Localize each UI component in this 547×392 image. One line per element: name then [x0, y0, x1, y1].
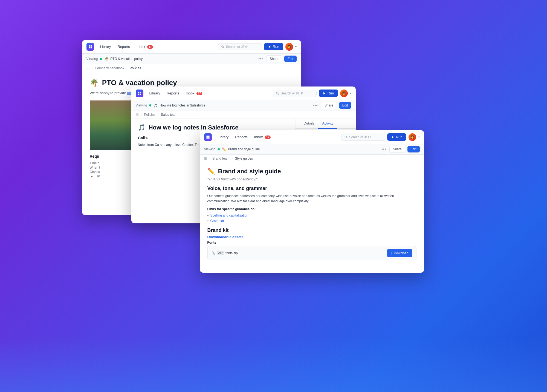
more-options-sf[interactable]: •••: [312, 102, 319, 109]
nav-items-sf: Library Reports Inbox 17: [147, 90, 205, 97]
fonts-zip-label-brand: 📎 ZIP fonts.zip: [212, 251, 387, 255]
svg-point-0: [221, 45, 223, 47]
link-list-brand: Spelling and capitalization Grammar: [207, 213, 416, 224]
svg-line-4: [278, 94, 279, 95]
edit-button-brand[interactable]: Edit: [407, 146, 420, 152]
brand-quote: "Trust is build with consistency.": [207, 177, 416, 181]
viewing-bar-brand: Viewing ✏️ Brand and style guide ••• Sha…: [200, 144, 424, 155]
fonts-download-btn-brand[interactable]: Download: [387, 249, 412, 257]
doc-emoji-pto: 🌴: [104, 57, 109, 61]
breadcrumb-nav-sf: ⊞ › Policies › Sales team: [131, 111, 356, 119]
search-bar-sf[interactable]: Search or ⌘+K: [273, 90, 317, 97]
viewing-bar-pto: Viewing 🌴 PTO & vacation policy ••• Shar…: [82, 54, 301, 64]
svg-line-7: [346, 138, 347, 139]
clip-icon-fonts: 📎: [212, 251, 215, 255]
doc-emoji-brand: ✏️: [222, 147, 226, 151]
doc-emoji-sf: 🎵: [154, 103, 158, 108]
breadcrumb-sep-pto: ›: [92, 66, 93, 70]
app-logo-sf[interactable]: [136, 90, 143, 97]
breadcrumb-current-sf: Sales team: [161, 113, 177, 117]
nav-library-sf[interactable]: Library: [147, 90, 163, 97]
avatar-chevron-sf[interactable]: ▾: [350, 92, 351, 95]
viewing-label-sf: Viewing: [136, 103, 147, 107]
breadcrumb-parent-pto[interactable]: Company handbook: [95, 66, 124, 70]
avatar-brand[interactable]: 👩: [409, 133, 416, 141]
nav-bar-pto: Library Reports Inbox 17 Search or ⌘+K R…: [82, 40, 301, 54]
doc-title-h1-brand: ✏️ Brand and style guide: [207, 168, 416, 175]
nav-inbox-sf[interactable]: Inbox 17: [183, 90, 205, 97]
nav-reports-brand[interactable]: Reports: [232, 133, 250, 141]
fonts-download-row-brand: 📎 ZIP fonts.zip Download: [207, 246, 416, 260]
edit-button-pto[interactable]: Edit: [284, 56, 297, 62]
downloadable-heading-brand: Downloadable assets: [207, 235, 416, 239]
share-button-pto[interactable]: Share: [266, 55, 282, 62]
nav-inbox-pto[interactable]: Inbox 17: [134, 43, 156, 50]
play-icon-brand: [391, 136, 394, 139]
app-logo-pto[interactable]: [86, 43, 94, 51]
run-button-brand[interactable]: Run: [387, 133, 406, 141]
search-bar-pto[interactable]: Search or ⌘+K: [218, 43, 262, 50]
viewing-dot-brand: [218, 148, 220, 150]
inbox-badge-brand: 17: [265, 136, 271, 139]
breadcrumb-nav-pto: ⊞ › Company handbook › Policies: [82, 64, 301, 72]
svg-marker-2: [269, 45, 271, 48]
avatar-sf[interactable]: 👩: [340, 90, 348, 97]
share-button-sf[interactable]: Share: [321, 102, 337, 109]
breadcrumb-actions-sf: ••• Share Edit: [312, 102, 351, 109]
tab-details-sf[interactable]: Details: [300, 119, 319, 129]
viewing-dot-sf: [149, 104, 151, 106]
nav-library-brand[interactable]: Library: [215, 133, 231, 141]
breadcrumb-sep2-pto: ›: [126, 66, 128, 70]
nav-bar-sf: Library Reports Inbox 17 Search or ⌘+K R…: [131, 87, 356, 100]
svg-line-1: [223, 47, 224, 48]
window-brand: Library Reports Inbox 17 Search or ⌘+K R…: [200, 130, 424, 273]
run-button-pto[interactable]: Run: [264, 43, 283, 50]
tabs-sf: Details Activity: [296, 119, 356, 129]
doc-title-h1-pto: 🌴 PTO & vacation policy: [90, 79, 293, 87]
inbox-badge-sf: 17: [196, 92, 202, 95]
nav-bar-brand: Library Reports Inbox 17 Search or ⌘+K R…: [200, 130, 424, 144]
fonts-zip-badge-brand: ZIP: [217, 251, 224, 255]
voice-body-brand: Our content guidance addresses our compa…: [207, 194, 416, 204]
edit-button-sf[interactable]: Edit: [339, 102, 351, 109]
search-icon-sf: [276, 92, 279, 95]
breadcrumb-parent-sf[interactable]: Policies: [144, 113, 155, 117]
avatar-pto[interactable]: 👩: [285, 43, 293, 51]
svg-marker-8: [392, 136, 394, 138]
windows-container: Library Reports Inbox 17 Search or ⌘+K R…: [82, 32, 465, 360]
nav-reports-pto[interactable]: Reports: [115, 43, 133, 50]
play-icon-sf: [323, 92, 326, 95]
breadcrumb-actions-pto: ••• Share Edit: [257, 55, 297, 62]
tab-activity-sf[interactable]: Activity: [318, 119, 337, 129]
link-item-2-brand: Grammar: [207, 218, 416, 224]
spelling-link-brand[interactable]: Spelling and capitalization: [210, 214, 248, 217]
svg-point-6: [345, 136, 346, 138]
breadcrumb-current-pto: Policies: [130, 66, 141, 70]
avatar-chevron-brand[interactable]: ▾: [418, 136, 420, 139]
grid-icon-sf: ⊞: [136, 113, 139, 117]
fonts-filename-brand: fonts.zip: [225, 251, 238, 255]
grid-icon-pto: ⊞: [86, 66, 89, 70]
more-options-brand[interactable]: •••: [380, 146, 387, 153]
app-logo-brand[interactable]: [204, 133, 212, 141]
avatar-chevron-pto[interactable]: ▾: [295, 45, 297, 48]
search-icon-pto: [221, 45, 224, 48]
search-icon-brand: [344, 136, 348, 139]
run-button-sf[interactable]: Run: [319, 90, 338, 97]
links-heading-brand: Links for specific guidance on:: [207, 207, 416, 211]
breadcrumb-actions-brand: ••• Share Edit: [380, 146, 420, 153]
search-bar-brand[interactable]: Search or ⌘+K: [341, 134, 385, 141]
more-options-pto[interactable]: •••: [257, 55, 264, 62]
nav-inbox-brand[interactable]: Inbox 17: [251, 133, 274, 141]
breadcrumb-parent-brand[interactable]: Brand team: [213, 157, 230, 160]
voice-heading-brand: Voice, tone, and grammar: [207, 186, 416, 191]
link-item-1-brand: Spelling and capitalization: [207, 213, 416, 218]
doc-title-sf: How we log notes in Salesforce: [160, 103, 205, 107]
grammar-link-brand[interactable]: Grammar: [210, 219, 224, 223]
nav-reports-sf[interactable]: Reports: [164, 90, 182, 97]
nav-library-pto[interactable]: Library: [97, 43, 114, 50]
fonts-label-brand: Fonts: [207, 241, 416, 244]
brand-kit-heading-brand: Brand kit: [207, 227, 416, 233]
play-icon-pto: [268, 45, 271, 48]
share-button-brand[interactable]: Share: [389, 146, 405, 153]
